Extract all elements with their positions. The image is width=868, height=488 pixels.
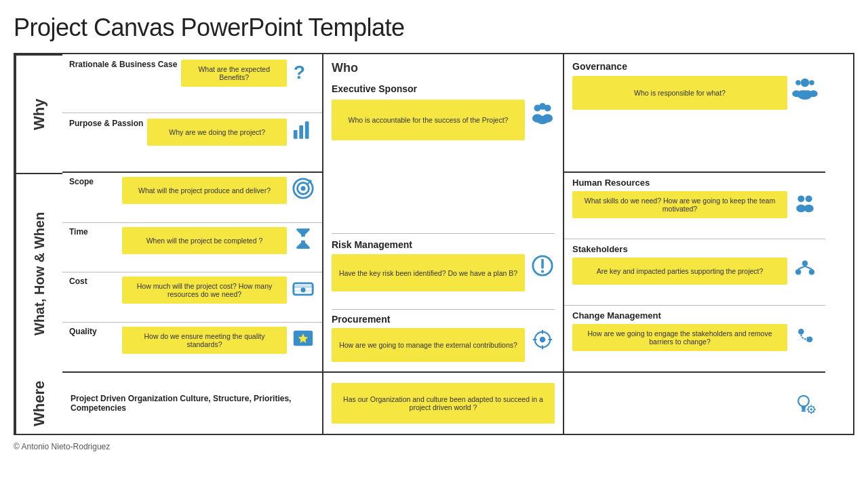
svg-point-41 [798,329,804,335]
who-exec-title: Executive Sponsor [332,83,555,94]
governance-title: Governance [572,61,817,72]
stakeholders-icon [793,258,817,281]
risk-content: Have the key risk been identified? Do we… [332,254,555,305]
who-exec-content: Who is accountable for the success of th… [332,100,555,225]
svg-point-14 [801,79,810,87]
svg-point-18 [809,80,814,85]
row-label-where: Where [15,373,62,434]
svg-point-17 [795,80,801,85]
svg-line-40 [805,266,812,269]
svg-point-37 [795,269,802,275]
who-exec-question: Who is accountable for the success of th… [332,100,525,140]
target-icon [291,177,315,200]
procurement-icon [530,328,555,351]
cost-question: How much will the project cost? How many… [122,277,287,304]
cost-cell: Cost How much will the project cost? How… [62,272,322,323]
svg-point-46 [810,408,812,410]
canvas-grid: Why What, How & When Where Rrationale & … [14,53,854,435]
rationale-label: Rrationale & Business Case [69,60,177,69]
risk-title: Risk Management [332,239,555,250]
svg-point-32 [797,195,804,202]
scope-question: What will the project produce and delive… [122,177,287,204]
purpose-cell: Purpose & Passion Why are we doing the p… [62,113,322,171]
change-cell: Change Management How are we going to en… [564,306,825,371]
svg-point-11 [541,270,544,272]
scope-label: Scope [69,177,118,186]
svg-rect-24 [296,228,310,230]
proc-question: How are we going to manage the external … [332,328,525,362]
risk-question: Have the key risk been identified? Do we… [332,254,525,291]
row-label-what: What, How & When [15,173,62,373]
rationale-question: What are the expected Benefits? [181,60,287,87]
why-col2: Rrationale & Business Case What are the … [62,54,323,173]
who-col: Who Executive Sponsor Who is accountable… [323,54,564,373]
change-icon [793,324,817,347]
stakeholders-cell: Stakeholders Are key and impacted partie… [564,239,825,306]
hr-cell: Human Resources What skills do we need? … [564,173,825,239]
svg-point-38 [809,269,815,275]
svg-rect-3 [305,121,309,139]
hr-question: What skills do we need? How are we going… [572,191,787,218]
svg-rect-1 [294,130,298,139]
stakeholders-question: Are key and impacted parties supporting … [572,258,787,285]
hr-row: What skills do we need? How are we going… [572,191,817,218]
page-title: Project Canvas PowerPoint Template [14,14,854,42]
quality-question: How do we ensure meeting the quality sta… [122,327,287,354]
proc-content: How are we going to manage the external … [332,328,555,365]
money-icon [291,277,315,300]
svg-point-23 [300,186,305,190]
scope-cell: Scope What will the project produce and … [62,173,322,223]
people-group-icon [530,100,555,127]
change-title: Change Management [572,310,817,321]
hr-title: Human Resources [572,178,817,188]
change-row: How are we going to engage the stakehold… [572,324,817,351]
row-label-why: Why [15,54,62,173]
time-cell: Time When will the project be completed … [62,223,322,273]
svg-point-6 [539,103,546,110]
question-icon: ? [291,60,315,83]
hr-icon [793,191,817,214]
svg-point-43 [798,396,809,407]
svg-rect-2 [299,125,303,139]
where-question: Has our Organization and culture been ad… [332,383,555,424]
svg-point-13 [540,337,546,343]
time-label: Time [69,227,118,237]
where-col4 [564,373,825,434]
quality-label: Quality [69,327,118,336]
governance-question: Who is responsible for what? [572,76,787,110]
time-question: When will the project be completed ? [122,227,287,254]
what-col2: Scope What will the project produce and … [62,173,323,373]
where-col3: Has our Organization and culture been ad… [323,373,564,434]
svg-point-36 [802,260,808,266]
quality-cell: Quality How do we ensure meeting the qua… [62,323,322,372]
stakeholders-row: Are key and impacted parties supporting … [572,258,817,285]
purpose-question: Why are we doing the project? [147,119,287,146]
where-col2: Project Driven Organization Culture, Str… [62,373,323,434]
hsc-col: Human Resources What skills do we need? … [564,173,825,373]
svg-point-20 [809,90,818,97]
svg-line-39 [798,266,805,269]
where-main-label: Project Driven Organization Culture, Str… [71,394,314,413]
svg-point-19 [792,90,801,97]
who-col-label: Who [332,61,358,75]
change-question: How are we going to engage the stakehold… [572,324,787,351]
svg-rect-29 [294,290,313,292]
star-icon [291,327,315,350]
rationale-cell: Rrationale & Business Case What are the … [62,54,322,113]
risk-icon [530,254,555,277]
svg-rect-25 [296,247,310,249]
svg-text:?: ? [294,61,305,83]
purpose-label: Purpose & Passion [69,119,143,128]
cost-label: Cost [69,277,118,286]
svg-point-9 [536,116,549,125]
governance-icon [793,76,817,103]
stakeholders-title: Stakeholders [572,244,817,254]
svg-rect-16 [800,89,810,91]
svg-point-33 [806,195,812,202]
svg-rect-44 [802,410,806,411]
lightbulb-gear-icon [791,388,816,418]
svg-point-35 [804,205,814,212]
chart-icon [291,119,315,142]
governance-cell: Governance Who is responsible for what? [564,54,825,173]
hourglass-icon [291,227,315,250]
